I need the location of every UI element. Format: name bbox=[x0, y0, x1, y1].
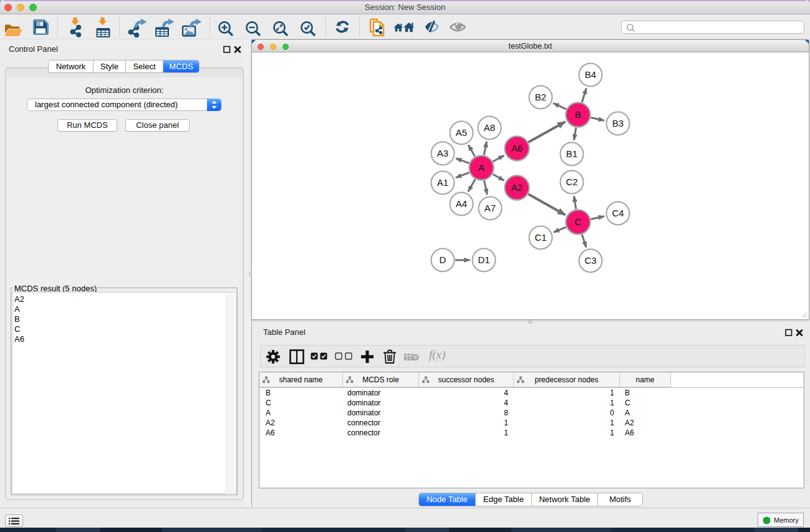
svg-text:B2: B2 bbox=[535, 92, 546, 102]
svg-text:C: C bbox=[575, 216, 582, 227]
svg-text:C4: C4 bbox=[612, 208, 624, 218]
svg-text:C3: C3 bbox=[584, 255, 596, 266]
svg-text:A1: A1 bbox=[437, 177, 448, 188]
svg-text:A4: A4 bbox=[456, 198, 467, 209]
svg-text:D: D bbox=[440, 254, 446, 265]
svg-text:A6: A6 bbox=[511, 143, 523, 153]
svg-text:D1: D1 bbox=[478, 254, 489, 265]
svg-text:A3: A3 bbox=[437, 148, 448, 158]
svg-text:A8: A8 bbox=[484, 122, 495, 133]
svg-text:A2: A2 bbox=[511, 182, 523, 193]
svg-text:B3: B3 bbox=[612, 118, 624, 128]
svg-text:A: A bbox=[478, 162, 485, 173]
svg-text:C1: C1 bbox=[534, 232, 546, 243]
svg-text:A5: A5 bbox=[456, 127, 467, 138]
svg-text:C2: C2 bbox=[566, 177, 577, 187]
svg-text:B1: B1 bbox=[566, 148, 577, 159]
svg-text:B: B bbox=[575, 109, 581, 120]
svg-text:B4: B4 bbox=[585, 69, 596, 80]
svg-text:A7: A7 bbox=[485, 203, 496, 213]
